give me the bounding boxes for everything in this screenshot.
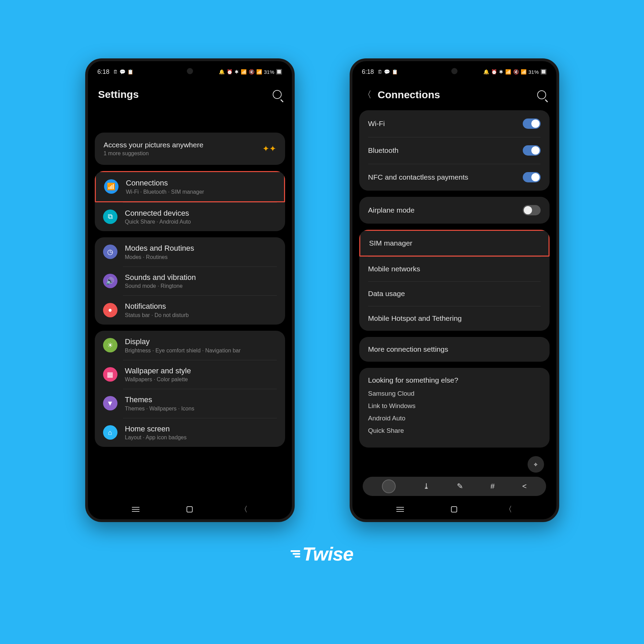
search-icon[interactable] [537, 90, 546, 99]
conn-item-mobile-hotspot-and-tethering[interactable]: Mobile Hotspot and Tethering [359, 306, 550, 331]
phones-container: 6:18 🗓 💬 📋 🔔 ⏰ ✱ 📶 🔇 📶 31% 🔲 Settings Ac… [85, 58, 559, 522]
screenshot-toolbar: ⤓ ✎ # < [363, 477, 546, 496]
setting-item-home-screen[interactable]: ⌂Home screenLayout · App icon badges [95, 418, 285, 447]
sparkle-icon: ✦✦ [262, 144, 276, 154]
toggle-switch[interactable] [523, 118, 541, 129]
footer-link[interactable]: Link to Windows [368, 402, 541, 410]
footer-link[interactable]: Quick Share [368, 427, 541, 434]
settings-screen: Settings Access your pictures anywhere 1… [88, 78, 292, 499]
footer-title: Looking for something else? [368, 376, 541, 384]
item-title: Wallpaper and style [125, 366, 277, 376]
conn-item-title: NFC and contactless payments [368, 173, 468, 181]
item-sub: Quick Share · Android Auto [125, 219, 277, 225]
conn-item-nfc-and-contactless-payments[interactable]: NFC and contactless payments [359, 164, 550, 191]
nav-home[interactable] [187, 506, 193, 512]
suggestion-card[interactable]: Access your pictures anywhere 1 more sug… [95, 133, 285, 165]
setting-item-connections[interactable]: 📶ConnectionsWi-Fi · Bluetooth · SIM mana… [95, 171, 285, 202]
conn-item-more-connection-settings[interactable]: More connection settings [359, 337, 550, 362]
status-left-icons: 🗓 💬 📋 [113, 69, 134, 75]
nav-bar: 〈 [88, 499, 292, 519]
logo-bars-icon [291, 550, 300, 557]
conn-item-airplane-mode[interactable]: Airplane mode [359, 197, 550, 224]
setting-item-modes-and-routines[interactable]: ◷Modes and RoutinesModes · Routines [95, 237, 285, 267]
edit-icon[interactable]: ✎ [457, 482, 463, 491]
nav-recent[interactable] [396, 509, 404, 510]
footer-card: Looking for something else? Samsung Clou… [359, 368, 550, 448]
search-icon[interactable] [273, 90, 282, 99]
setting-item-sounds-and-vibration[interactable]: 🔊Sounds and vibrationSound mode · Ringto… [95, 267, 285, 296]
back-icon[interactable]: 〈 [363, 89, 372, 101]
conn-item-sim-manager[interactable]: SIM manager [359, 230, 550, 257]
nav-bar: 〈 [352, 499, 556, 519]
page-title: Settings [98, 89, 139, 100]
item-title: Connected devices [125, 208, 277, 218]
setting-item-connected-devices[interactable]: ⧉Connected devicesQuick Share · Android … [95, 202, 285, 231]
setting-item-themes[interactable]: ▼ThemesThemes · Wallpapers · Icons [95, 389, 285, 418]
item-title: Sounds and vibration [125, 273, 277, 283]
footer-link[interactable]: Samsung Cloud [368, 390, 541, 397]
conn-item-title: SIM manager [369, 239, 413, 247]
suggestion-title: Access your pictures anywhere [104, 141, 204, 149]
item-sub: Brightness · Eye comfort shield · Naviga… [125, 348, 277, 354]
screenshot-thumb[interactable] [382, 479, 396, 493]
conn-item-title: Bluetooth [368, 146, 399, 155]
toggle-switch[interactable] [523, 205, 541, 215]
item-sub: Wallpapers · Color palette [125, 376, 277, 383]
item-title: Connections [126, 178, 276, 188]
item-title: Notifications [125, 302, 277, 312]
nav-recent[interactable] [132, 509, 139, 510]
share-icon[interactable]: < [522, 482, 527, 491]
item-sub: Layout · App icon badges [125, 434, 277, 441]
battery-icon: 🔲 [540, 69, 547, 75]
setting-item-wallpaper-and-style[interactable]: ▦Wallpaper and styleWallpapers · Color p… [95, 360, 285, 389]
status-right-icons: 🔔 ⏰ ✱ 📶 🔇 📶 [483, 69, 527, 75]
twise-logo: Twise [291, 543, 353, 565]
scroll-capture-icon[interactable]: ⤓ [423, 482, 429, 491]
wallpaper-icon: ▦ [103, 367, 117, 382]
settings-group: ☀DisplayBrightness · Eye comfort shield … [95, 331, 285, 447]
connections-group: SIM managerMobile networksData usageMobi… [359, 230, 550, 331]
conn-item-title: Wi-Fi [368, 120, 385, 128]
volume-button [294, 157, 295, 185]
connections-group: Airplane mode [359, 197, 550, 224]
conn-item-title: Airplane mode [368, 206, 415, 214]
page-title: Connections [378, 89, 440, 101]
notif-icon: ● [103, 303, 117, 317]
status-left-icons: 🗓 💬 📋 [377, 69, 398, 75]
display-icon: ☀ [103, 338, 117, 352]
wifi-icon: 📶 [104, 179, 118, 194]
toggle-switch[interactable] [523, 145, 541, 156]
home-icon: ⌂ [103, 425, 117, 440]
footer-link[interactable]: Android Auto [368, 415, 541, 422]
item-title: Modes and Routines [125, 244, 277, 253]
item-sub: Status bar · Do not disturb [125, 312, 277, 318]
extract-text-button[interactable]: ⌖ [528, 456, 544, 473]
item-sub: Themes · Wallpapers · Icons [125, 406, 277, 412]
setting-item-display[interactable]: ☀DisplayBrightness · Eye comfort shield … [95, 331, 285, 360]
status-time: 6:18 [98, 68, 110, 76]
status-time: 6:18 [362, 68, 374, 76]
settings-header: Settings [95, 81, 285, 108]
item-title: Home screen [125, 424, 277, 434]
tag-icon[interactable]: # [490, 482, 495, 491]
status-battery: 31% [528, 69, 539, 75]
volume-button [558, 157, 559, 185]
routines-icon: ◷ [103, 245, 117, 259]
nav-back[interactable]: 〈 [505, 504, 512, 515]
setting-item-notifications[interactable]: ●NotificationsStatus bar · Do not distur… [95, 295, 285, 325]
toggle-switch[interactable] [523, 172, 541, 182]
suggestion-sub: 1 more suggestion [104, 150, 204, 157]
conn-item-bluetooth[interactable]: Bluetooth [359, 137, 550, 164]
conn-item-data-usage[interactable]: Data usage [359, 281, 550, 306]
status-right-icons: 🔔 ⏰ ✱ 📶 🔇 📶 [219, 69, 262, 75]
conn-item-mobile-networks[interactable]: Mobile networks [359, 257, 550, 281]
conn-item-title: Mobile Hotspot and Tethering [368, 314, 462, 323]
nav-home[interactable] [451, 506, 457, 512]
nav-back[interactable]: 〈 [240, 504, 248, 515]
battery-icon: 🔲 [276, 69, 282, 75]
item-sub: Wi-Fi · Bluetooth · SIM manager [126, 189, 276, 195]
conn-item-wi-fi[interactable]: Wi-Fi [359, 110, 550, 137]
settings-group: ◷Modes and RoutinesModes · Routines🔊Soun… [95, 237, 285, 325]
phone-connections: 6:18 🗓 💬 📋 🔔 ⏰ ✱ 📶 🔇 📶 31% 🔲 〈 Connectio… [350, 58, 559, 522]
item-sub: Sound mode · Ringtone [125, 283, 277, 289]
